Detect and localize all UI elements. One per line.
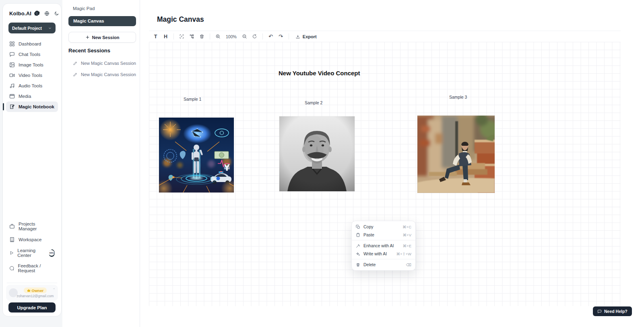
sidebar-item-workspace[interactable]: Workspace bbox=[6, 234, 58, 245]
sidebar-item-label: Image Tools bbox=[19, 62, 43, 67]
sidebar-item-label: Feedback / Request bbox=[18, 263, 55, 273]
sidebar-item-label: Audio Tools bbox=[19, 83, 42, 88]
canvas-text-title[interactable]: New Youtube Video Concept bbox=[279, 70, 360, 77]
sidebar-item-label: Video Tools bbox=[19, 73, 42, 78]
heading-tool-button[interactable]: H bbox=[161, 32, 170, 41]
sidebar: Kolbo.AI Default Project Dashboard Chat … bbox=[2, 3, 62, 317]
dark-mode-moon-icon[interactable] bbox=[54, 11, 59, 16]
user-account[interactable]: Owner zoharvan12@gmail.com bbox=[6, 285, 58, 301]
brain-logo-icon bbox=[33, 10, 40, 17]
connector-tool-button[interactable] bbox=[187, 32, 196, 41]
pencil-icon bbox=[73, 61, 78, 66]
role-badge: Owner bbox=[24, 288, 47, 293]
session-panel: Magic Pad Magic Canvas New Session Recen… bbox=[62, 0, 140, 327]
project-selector-label: Default Project bbox=[12, 26, 42, 31]
sidebar-item-feedback-request[interactable]: Feedback / Request bbox=[6, 261, 58, 276]
canvas-text-sample-2[interactable]: Sample 2 bbox=[305, 100, 322, 105]
help-chat-icon bbox=[597, 309, 602, 314]
delete-tool-button[interactable] bbox=[197, 32, 206, 41]
sidebar-item-video-tools[interactable]: Video Tools bbox=[6, 70, 58, 81]
image-icon bbox=[9, 62, 15, 68]
main-area: Magic Canvas T H 100% ↶ ↷ Export bbox=[140, 0, 644, 327]
brand-logo: Kolbo.AI bbox=[9, 10, 31, 17]
toolbar-divider bbox=[173, 33, 174, 39]
context-menu-item-copy[interactable]: Copy ⌘+C bbox=[352, 223, 415, 231]
notebook-pen-icon bbox=[9, 104, 15, 110]
upgrade-plan-button[interactable]: Upgrade Plan bbox=[8, 302, 56, 313]
sidebar-item-label: Dashboard bbox=[19, 41, 41, 46]
export-button[interactable]: Export bbox=[292, 32, 320, 41]
sidebar-secondary-nav: Projects Manager Workspace Learning Cent… bbox=[6, 219, 58, 276]
sidebar-nav: Dashboard Chat Tools Image Tools Video T… bbox=[3, 39, 61, 112]
video-camera-icon bbox=[9, 72, 15, 78]
sidebar-item-label: Learning Center bbox=[17, 248, 44, 258]
redo-button[interactable]: ↷ bbox=[276, 32, 285, 41]
chevron-down-icon bbox=[48, 26, 52, 30]
pencil-icon bbox=[73, 72, 78, 77]
sidebar-item-label: Projects Manager bbox=[19, 221, 55, 231]
sidebar-item-learning-center[interactable]: Learning Center 66% bbox=[6, 245, 58, 261]
canvas-text-sample-3[interactable]: Sample 3 bbox=[449, 95, 467, 99]
sidebar-item-label: Magic Notebook bbox=[19, 104, 54, 109]
sidebar-item-audio-tools[interactable]: Audio Tools bbox=[6, 81, 58, 91]
sample-1-image[interactable]: ¥ bbox=[159, 118, 234, 192]
sidebar-item-chat-tools[interactable]: Chat Tools bbox=[6, 49, 58, 60]
music-note-icon bbox=[9, 83, 15, 89]
context-menu-label: Enhance with AI bbox=[363, 243, 394, 248]
reset-view-button[interactable] bbox=[250, 32, 259, 41]
building-icon bbox=[9, 237, 15, 242]
sample-2-image[interactable] bbox=[279, 116, 355, 191]
feedback-bubble-icon bbox=[9, 265, 14, 271]
magic-canvas-grid[interactable]: New Youtube Video Concept Sample 1 Sampl… bbox=[149, 42, 621, 306]
chevron-up-icon bbox=[53, 287, 55, 290]
context-menu-divider bbox=[352, 240, 415, 240]
copy-icon bbox=[356, 225, 360, 229]
user-info: Owner zoharvan12@gmail.com bbox=[21, 288, 50, 298]
trash-icon bbox=[356, 263, 360, 267]
new-session-label: New Session bbox=[92, 35, 120, 40]
sidebar-item-projects-manager[interactable]: Projects Manager bbox=[6, 219, 58, 234]
ai-select-tool-button[interactable] bbox=[177, 32, 186, 41]
sidebar-divider bbox=[7, 283, 57, 283]
language-globe-icon[interactable] bbox=[44, 11, 50, 16]
zoom-out-icon bbox=[242, 34, 247, 39]
context-menu-item-delete[interactable]: Delete ⌫ bbox=[352, 261, 415, 269]
zoom-in-icon bbox=[215, 34, 221, 39]
sidebar-item-label: Workspace bbox=[19, 237, 41, 242]
paste-icon bbox=[356, 233, 360, 237]
page-title: Magic Canvas bbox=[157, 15, 204, 24]
context-menu-item-enhance-with-ai[interactable]: Enhance with AI ⌘+E bbox=[352, 242, 415, 250]
role-badge-label: Owner bbox=[32, 288, 44, 293]
session-list-item[interactable]: New Magic Canvas Session bbox=[73, 61, 136, 66]
zoom-in-button[interactable] bbox=[213, 32, 223, 41]
session-item-label: New Magic Canvas Session bbox=[81, 72, 136, 77]
sidebar-item-image-tools[interactable]: Image Tools bbox=[6, 60, 58, 70]
trash-icon bbox=[199, 34, 204, 39]
sidebar-item-dashboard[interactable]: Dashboard bbox=[6, 39, 58, 49]
play-icon bbox=[9, 250, 14, 256]
canvas-text-sample-1[interactable]: Sample 1 bbox=[184, 97, 201, 101]
sidebar-item-magic-notebook[interactable]: Magic Notebook bbox=[6, 101, 58, 112]
undo-button[interactable]: ↶ bbox=[266, 32, 275, 41]
tab-magic-pad[interactable]: Magic Pad bbox=[73, 6, 95, 11]
learning-progress-value: 66% bbox=[49, 250, 54, 256]
new-session-button[interactable]: New Session bbox=[68, 32, 136, 43]
session-list-item[interactable]: New Magic Canvas Session bbox=[73, 72, 136, 77]
sparkles-icon bbox=[356, 252, 360, 256]
ai-select-icon bbox=[179, 34, 184, 39]
context-menu-item-paste[interactable]: Paste ⌘+V bbox=[352, 231, 415, 239]
sidebar-item-media[interactable]: Media bbox=[6, 91, 58, 101]
need-help-button[interactable]: Need Help? bbox=[593, 306, 632, 316]
context-menu-item-write-with-ai[interactable]: Write with AI ⌘+⇧+W bbox=[352, 250, 415, 258]
briefcase-icon bbox=[9, 224, 15, 229]
context-menu: Copy ⌘+C Paste ⌘+V Enhance with AI ⌘+E W… bbox=[351, 221, 416, 271]
text-tool-button[interactable]: T bbox=[151, 32, 160, 41]
project-selector[interactable]: Default Project bbox=[8, 23, 56, 33]
sample-3-image[interactable] bbox=[417, 116, 495, 193]
context-menu-label: Paste bbox=[363, 232, 374, 237]
need-help-label: Need Help? bbox=[604, 309, 627, 314]
context-menu-shortcut: ⌘+C bbox=[402, 225, 411, 229]
tab-magic-canvas[interactable]: Magic Canvas bbox=[68, 16, 136, 26]
chat-bubble-icon bbox=[9, 52, 15, 57]
zoom-out-button[interactable] bbox=[240, 32, 249, 41]
